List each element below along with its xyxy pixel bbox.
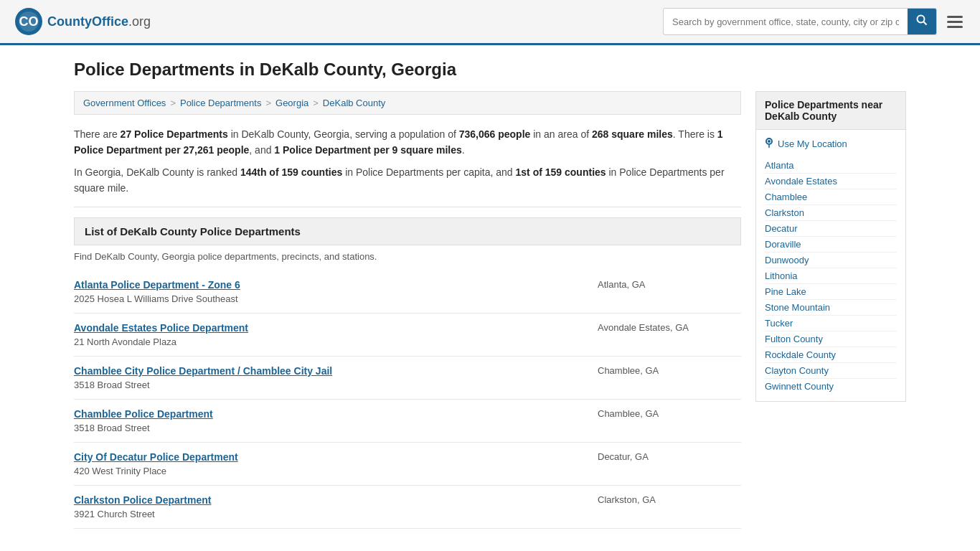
sidebar-item-stone-mountain[interactable]: Stone Mountain	[765, 300, 897, 316]
dept-info: Chamblee City Police Department / Chambl…	[74, 365, 332, 390]
breadcrumb-link-govt[interactable]: Government Offices	[83, 98, 166, 108]
dept-name-link[interactable]: Clarkston Police Department	[74, 494, 211, 506]
sidebar-item-doraville[interactable]: Doraville	[765, 237, 897, 253]
sidebar-item-gwinnett-county[interactable]: Gwinnett County	[765, 379, 897, 394]
search-input[interactable]	[664, 11, 908, 33]
hamburger-menu-button[interactable]	[944, 13, 966, 31]
dept-row: Atlanta Police Department - Zone 6 2025 …	[74, 279, 741, 304]
breadcrumb-link-georgia[interactable]: Georgia	[275, 98, 308, 108]
page-title: Police Departments in DeKalb County, Geo…	[74, 60, 906, 80]
location-icon	[765, 137, 773, 151]
menu-line	[947, 16, 963, 18]
sidebar-item-decatur[interactable]: Decatur	[765, 221, 897, 237]
breadcrumb-sep: >	[313, 98, 319, 108]
description-block: There are 27 Police Departments in DeKal…	[74, 126, 741, 207]
sidebar-item-dunwoody[interactable]: Dunwoody	[765, 253, 897, 268]
svg-point-3	[918, 16, 925, 23]
table-row: Avondale Estates Police Department 21 No…	[74, 314, 741, 357]
svg-line-4	[924, 22, 927, 25]
dept-info: City Of Decatur Police Department 420 We…	[74, 451, 238, 476]
department-list: Atlanta Police Department - Zone 6 2025 …	[74, 270, 741, 529]
sidebar-item-clarkston[interactable]: Clarkston	[765, 205, 897, 221]
dept-city: Chamblee, GA	[598, 408, 741, 419]
page-container: Police Departments in DeKalb County, Geo…	[60, 45, 920, 543]
main-content: Government Offices > Police Departments …	[74, 91, 741, 529]
sidebar-item-pine-lake[interactable]: Pine Lake	[765, 284, 897, 300]
breadcrumb: Government Offices > Police Departments …	[74, 91, 741, 115]
table-row: City Of Decatur Police Department 420 We…	[74, 443, 741, 486]
content-layout: Government Offices > Police Departments …	[74, 91, 906, 529]
dept-info: Chamblee Police Department 3518 Broad St…	[74, 408, 213, 433]
sidebar-item-lithonia[interactable]: Lithonia	[765, 268, 897, 284]
sidebar-item-rockdale-county[interactable]: Rockdale County	[765, 347, 897, 363]
dept-row: City Of Decatur Police Department 420 We…	[74, 451, 741, 476]
sidebar-item-tucker[interactable]: Tucker	[765, 316, 897, 331]
dept-row: Chamblee City Police Department / Chambl…	[74, 365, 741, 390]
menu-line	[947, 21, 963, 23]
dept-name-link[interactable]: City Of Decatur Police Department	[74, 451, 238, 463]
dept-city: Atlanta, GA	[598, 279, 741, 290]
sidebar: Police Departments near DeKalb County Us…	[755, 91, 906, 402]
dept-name-link[interactable]: Atlanta Police Department - Zone 6	[74, 279, 240, 291]
site-header: CO CountyOffice.org	[0, 0, 980, 45]
description-para-1: There are 27 Police Departments in DeKal…	[74, 126, 741, 159]
logo-icon: CO	[14, 7, 43, 36]
dept-address: 3921 Church Street	[74, 509, 211, 519]
dept-address: 3518 Broad Street	[74, 380, 332, 390]
breadcrumb-sep: >	[265, 98, 271, 108]
sidebar-item-atlanta[interactable]: Atlanta	[765, 158, 897, 174]
search-bar	[663, 8, 937, 35]
search-icon	[916, 14, 928, 26]
dept-row: Clarkston Police Department 3921 Church …	[74, 494, 741, 519]
dept-info: Avondale Estates Police Department 21 No…	[74, 322, 248, 347]
dept-info: Atlanta Police Department - Zone 6 2025 …	[74, 279, 240, 304]
dept-city: Avondale Estates, GA	[598, 322, 741, 333]
menu-line	[947, 26, 963, 28]
logo-text: CountyOffice.org	[47, 14, 151, 29]
dept-info: Clarkston Police Department 3921 Church …	[74, 494, 211, 519]
dept-address: 2025 Hosea L Williams Drive Southeast	[74, 293, 240, 304]
sidebar-item-clayton-county[interactable]: Clayton County	[765, 363, 897, 379]
use-my-location-link[interactable]: Use My Location	[765, 137, 897, 151]
dept-address: 3518 Broad Street	[74, 423, 213, 433]
dept-row: Avondale Estates Police Department 21 No…	[74, 322, 741, 347]
header-right	[663, 8, 966, 35]
table-row: Chamblee City Police Department / Chambl…	[74, 357, 741, 400]
svg-point-6	[768, 140, 771, 143]
dept-row: Chamblee Police Department 3518 Broad St…	[74, 408, 741, 433]
sidebar-item-fulton-county[interactable]: Fulton County	[765, 331, 897, 347]
list-section-header: List of DeKalb County Police Departments	[74, 217, 741, 245]
description-para-2: In Georgia, DeKalb County is ranked 144t…	[74, 164, 741, 197]
table-row: Clarkston Police Department 3921 Church …	[74, 486, 741, 529]
sidebar-header: Police Departments near DeKalb County	[755, 91, 906, 130]
dept-city: Clarkston, GA	[598, 494, 741, 505]
sidebar-item-chamblee[interactable]: Chamblee	[765, 189, 897, 205]
dept-name-link[interactable]: Avondale Estates Police Department	[74, 322, 248, 334]
dept-city: Decatur, GA	[598, 451, 741, 462]
svg-text:CO: CO	[19, 14, 39, 29]
dept-name-link[interactable]: Chamblee City Police Department / Chambl…	[74, 365, 332, 377]
breadcrumb-link-dekalb[interactable]: DeKalb County	[323, 98, 385, 108]
breadcrumb-sep: >	[170, 98, 176, 108]
search-button[interactable]	[908, 9, 936, 34]
dept-address: 420 West Trinity Place	[74, 466, 238, 476]
use-location-label: Use My Location	[778, 138, 847, 149]
sidebar-body: Use My Location Atlanta Avondale Estates…	[755, 130, 906, 402]
sidebar-item-avondale[interactable]: Avondale Estates	[765, 174, 897, 189]
dept-name-link[interactable]: Chamblee Police Department	[74, 408, 213, 420]
logo-area: CO CountyOffice.org	[14, 7, 151, 36]
table-row: Chamblee Police Department 3518 Broad St…	[74, 400, 741, 443]
table-row: Atlanta Police Department - Zone 6 2025 …	[74, 270, 741, 314]
dept-address: 21 North Avondale Plaza	[74, 336, 248, 347]
dept-city: Chamblee, GA	[598, 365, 741, 376]
list-description: Find DeKalb County, Georgia police depar…	[74, 251, 741, 262]
breadcrumb-link-police[interactable]: Police Departments	[180, 98, 261, 108]
